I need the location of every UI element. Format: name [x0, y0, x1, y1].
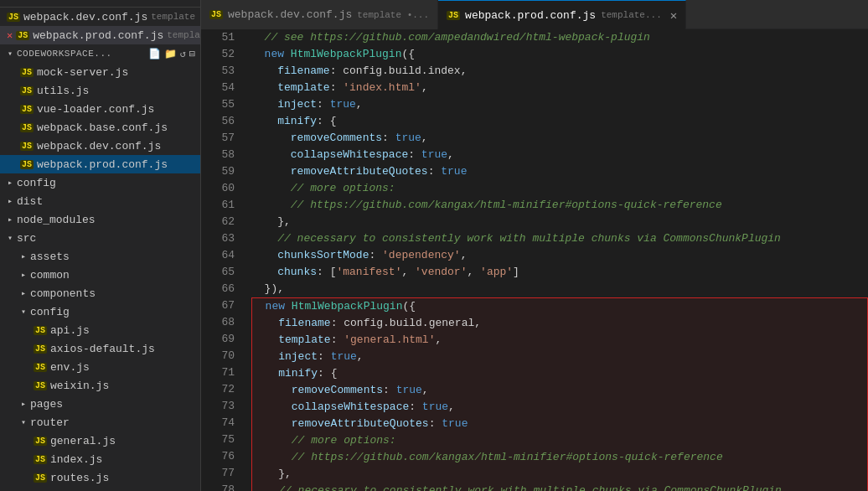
line-number: 52 [201, 46, 235, 63]
editor-area: JS webpack.dev.conf.js template •... JS … [201, 0, 868, 491]
dist-folder-label: dist [17, 195, 43, 208]
line-number: 55 [201, 96, 235, 113]
open-file-dev[interactable]: JS webpack.dev.conf.js template •... [0, 8, 200, 26]
tree-item-assets[interactable]: ▸ assets [0, 247, 200, 266]
code-line: }, [251, 214, 868, 230]
tab-prod[interactable]: JS webpack.prod.conf.js template... ✕ [438, 0, 686, 29]
tree-item-webpack-base[interactable]: JS webpack.base.conf.js [0, 118, 200, 137]
open-file-prod-label: webpack.prod.conf.js [33, 29, 163, 42]
tree-item-utils[interactable]: JS utils.js [0, 81, 200, 100]
tree-item-dist[interactable]: ▸ dist [0, 192, 200, 210]
tree-item-webpack-prod[interactable]: JS webpack.prod.conf.js [0, 155, 200, 173]
line-number: 72 [201, 381, 235, 398]
tab-close-icon[interactable]: ✕ [670, 8, 677, 23]
code-line: removeComments: true, [252, 382, 867, 399]
code-line: // more options: [251, 180, 868, 197]
js-icon: JS [20, 160, 34, 169]
close-icon[interactable]: ✕ [7, 29, 13, 42]
js-icon: JS [34, 455, 47, 464]
js-icon: JS [20, 105, 34, 114]
utils-label: utils.js [37, 85, 89, 97]
line-number: 73 [201, 398, 235, 415]
tree-item-env[interactable]: JS env.js [0, 358, 200, 376]
line-number: 66 [201, 281, 235, 297]
tree-item-common[interactable]: ▸ common [0, 266, 200, 284]
code-line: inject: true, [252, 349, 867, 365]
open-file-dev-label: webpack.dev.conf.js [23, 11, 147, 23]
line-number: 76 [201, 448, 235, 465]
open-file-prod[interactable]: ✕ JS webpack.prod.conf.js template... [0, 26, 200, 44]
node-modules-folder-label: node_modules [17, 214, 96, 226]
workspace-icon-new-folder[interactable]: 📁 [164, 48, 177, 60]
line-number: 65 [201, 264, 235, 281]
line-number: 57 [201, 130, 235, 147]
assets-label: assets [30, 251, 70, 263]
code-line: chunks: ['manifest', 'vendor', 'app'] [251, 264, 868, 281]
workspace-icon-refresh[interactable]: ↺ [180, 48, 186, 60]
tree-item-vue-loader[interactable]: JS vue-loader.conf.js [0, 100, 200, 118]
tab-dev[interactable]: JS webpack.dev.conf.js template •... [201, 0, 438, 29]
workspace-root[interactable]: ▾ CODEWORKSPACE... 📄 📁 ↺ ⊟ [0, 44, 200, 63]
mock-server-label: mock-server.js [37, 66, 128, 79]
line-number: 60 [201, 180, 235, 197]
tree-item-index[interactable]: JS index.js [0, 450, 200, 468]
tree-item-config[interactable]: ▸ config [0, 173, 200, 192]
line-number: 59 [201, 163, 235, 180]
code-line: collapseWhitespace: true, [252, 399, 867, 416]
js-icon: JS [34, 437, 47, 446]
tree-item-src[interactable]: ▾ src [0, 229, 200, 247]
code-line: // https://github.com/kangax/html-minifi… [251, 197, 868, 214]
tab-dev-label: webpack.dev.conf.js [228, 8, 352, 21]
js-tab-icon-dev: JS [209, 10, 223, 19]
src-arrow: ▾ [3, 233, 17, 243]
webpack-prod-label: webpack.prod.conf.js [37, 158, 168, 171]
components-arrow: ▸ [17, 288, 30, 298]
line-number: 78 [201, 482, 235, 491]
workspace-icon-collapse[interactable]: ⊟ [189, 48, 195, 60]
code-line: // https://github.com/kangax/html-minifi… [252, 449, 867, 466]
tree-item-webpack-dev[interactable]: JS webpack.dev.conf.js [0, 137, 200, 155]
tree-item-axios-default[interactable]: JS axios-default.js [0, 339, 200, 358]
workspace-icon-new-file[interactable]: 📄 [148, 48, 161, 60]
code-area[interactable]: // see https://github.com/ampedandwired/… [241, 29, 868, 491]
tree-item-router[interactable]: ▾ router [0, 413, 200, 432]
tree-item-routes[interactable]: JS routes.js [0, 468, 200, 487]
tree-item-mock-server[interactable]: JS mock-server.js [0, 63, 200, 81]
webpack-dev-label: webpack.dev.conf.js [37, 140, 161, 152]
tree-item-components[interactable]: ▸ components [0, 284, 200, 302]
code-line: }, [252, 466, 867, 483]
js-icon: JS [16, 31, 29, 40]
workspace-tree: ▾ CODEWORKSPACE... 📄 📁 ↺ ⊟ JS mock-serve… [0, 44, 200, 487]
code-line: inject: true, [251, 96, 868, 113]
line-number: 54 [201, 80, 235, 96]
line-number: 61 [201, 197, 235, 214]
config-arrow: ▸ [3, 178, 17, 188]
tree-item-general[interactable]: JS general.js [0, 432, 200, 450]
tab-dev-subtitle: template •... [357, 10, 429, 20]
open-files-section: JS webpack.dev.conf.js template •... ✕ J… [0, 8, 200, 44]
js-icon: JS [34, 344, 47, 354]
tree-item-api[interactable]: JS api.js [0, 321, 200, 339]
code-line: new HtmlWebpackPlugin({ [252, 298, 867, 315]
vue-loader-label: vue-loader.conf.js [37, 103, 154, 116]
code-line: template: 'general.html', [252, 332, 867, 349]
line-number: 75 [201, 432, 235, 448]
code-line: template: 'index.html', [251, 80, 868, 96]
tree-item-src-config[interactable]: ▾ config [0, 302, 200, 321]
line-number: 58 [201, 147, 235, 163]
open-file-prod-subtitle: template... [167, 30, 201, 40]
open-file-dev-subtitle: template •... [151, 12, 201, 22]
tree-item-node-modules[interactable]: ▸ node_modules [0, 210, 200, 229]
tree-item-pages[interactable]: ▸ pages [0, 395, 200, 413]
code-line: removeAttributeQuotes: true [252, 416, 867, 432]
code-line: collapseWhitespace: true, [251, 147, 868, 163]
js-icon: JS [34, 381, 47, 390]
code-line: minify: { [251, 113, 868, 130]
tab-bar: JS webpack.dev.conf.js template •... JS … [201, 0, 868, 29]
line-number: 62 [201, 214, 235, 230]
line-number: 68 [201, 314, 235, 331]
src-config-arrow: ▾ [17, 307, 30, 317]
tree-item-weixin[interactable]: JS weixin.js [0, 376, 200, 395]
line-number: 51 [201, 29, 235, 46]
code-line: // necessary to consistently work with m… [252, 483, 867, 491]
